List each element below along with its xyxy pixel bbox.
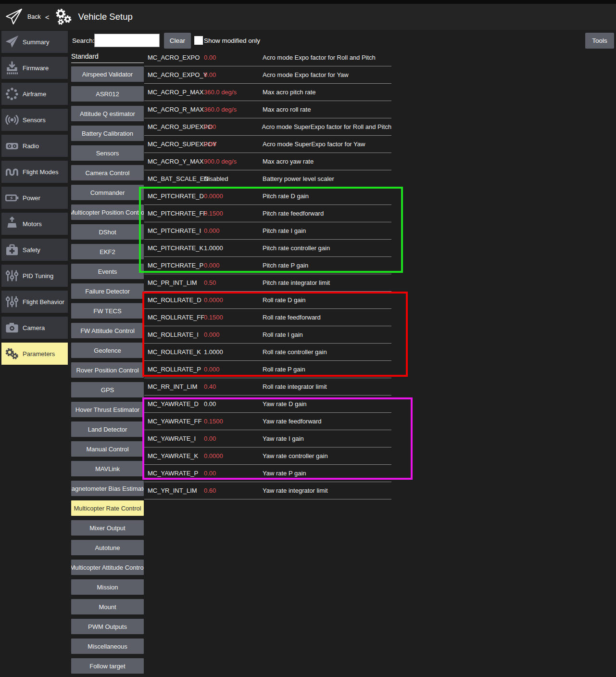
param-description: Yaw rate controller gain bbox=[263, 452, 391, 460]
param-row-mc-acro-supexpo[interactable]: MC_ACRO_SUPEXPO0.00Acro mode SuperExpo f… bbox=[144, 118, 391, 136]
group-button-ekf2[interactable]: EKF2 bbox=[71, 244, 144, 259]
group-button-mixer-output[interactable]: Mixer Output bbox=[71, 520, 144, 536]
group-button-pwm-outputs[interactable]: PWM Outputs bbox=[71, 619, 144, 634]
param-row-mc-yawrate-k[interactable]: MC_YAWRATE_K0.0000Yaw rate controller ga… bbox=[144, 447, 391, 465]
sidebar-item-firmware[interactable]: Firmware bbox=[1, 57, 68, 79]
param-name: MC_YAWRATE_D bbox=[144, 400, 204, 408]
group-button-events[interactable]: Events bbox=[71, 264, 144, 279]
group-button-manual-control[interactable]: Manual Control bbox=[71, 441, 144, 457]
search-input[interactable] bbox=[94, 34, 160, 47]
param-row-mc-rr-int-lim[interactable]: MC_RR_INT_LIM0.40Roll rate integrator li… bbox=[144, 378, 391, 396]
param-row-mc-rollrate-d[interactable]: MC_ROLLRATE_D0.0000Roll rate D gain bbox=[144, 292, 391, 309]
param-value: 0.1500 bbox=[204, 418, 263, 425]
param-row-mc-pitchrate-p[interactable]: MC_PITCHRATE_P0.000Pitch rate P gain bbox=[144, 257, 391, 274]
param-value: 0.00 bbox=[204, 400, 263, 408]
param-value: Disabled bbox=[204, 175, 263, 182]
group-button-magnetometer-bias-estimator[interactable]: Magnetometer Bias Estimator bbox=[71, 481, 144, 496]
param-row-mc-rollrate-p[interactable]: MC_ROLLRATE_P0.000Roll rate P gain bbox=[144, 361, 391, 378]
sidebar-item-sensors[interactable]: Sensors bbox=[1, 109, 68, 131]
group-button-camera-control[interactable]: Camera Control bbox=[71, 165, 144, 180]
param-row-mc-yawrate-p[interactable]: MC_YAWRATE_P0.00Yaw rate P gain bbox=[144, 465, 391, 482]
param-value: 1.0000 bbox=[204, 348, 263, 356]
param-row-mc-yawrate-d[interactable]: MC_YAWRATE_D0.00Yaw rate D gain bbox=[144, 396, 391, 413]
sidebar-item-radio[interactable]: Radio bbox=[1, 135, 68, 157]
group-button-mavlink[interactable]: MAVLink bbox=[71, 461, 144, 476]
back-button[interactable]: Back bbox=[27, 13, 41, 20]
param-row-mc-yr-int-lim[interactable]: MC_YR_INT_LIM0.60Yaw rate integrator lim… bbox=[144, 482, 391, 499]
sidebar-item-camera[interactable]: Camera bbox=[1, 317, 68, 339]
param-row-mc-pr-int-lim[interactable]: MC_PR_INT_LIM0.50Pitch rate integrator l… bbox=[144, 274, 391, 292]
sidebar-item-label: Flight Behavior bbox=[23, 298, 64, 306]
param-value: 0.00 bbox=[204, 123, 262, 130]
param-row-mc-pitchrate-k[interactable]: MC_PITCHRATE_K1.0000Pitch rate controlle… bbox=[144, 240, 391, 257]
group-button-sensors[interactable]: Sensors bbox=[71, 145, 144, 161]
sidebar-item-summary[interactable]: Summary bbox=[1, 31, 68, 53]
tools-button[interactable]: Tools bbox=[585, 33, 614, 49]
sidebar-item-pid-tuning[interactable]: PID Tuning bbox=[1, 265, 68, 287]
param-row-mc-bat-scale-en[interactable]: MC_BAT_SCALE_ENDisabledBattery power lev… bbox=[144, 170, 391, 188]
clear-search-button[interactable]: Clear bbox=[164, 33, 191, 49]
group-button-dshot[interactable]: DShot bbox=[71, 224, 144, 240]
group-button-multicopter-attitude-control[interactable]: Multicopter Attitude Control bbox=[71, 560, 144, 575]
param-row-mc-yawrate-i[interactable]: MC_YAWRATE_I0.00Yaw rate I gain bbox=[144, 430, 391, 447]
show-modified-checkbox[interactable] bbox=[194, 36, 203, 45]
sidebar-item-airframe[interactable]: Airframe bbox=[1, 83, 68, 105]
sidebar-item-label: Summary bbox=[23, 38, 50, 46]
param-description: Yaw rate D gain bbox=[263, 400, 391, 408]
param-name: MC_YAWRATE_I bbox=[144, 435, 204, 442]
group-button-land-detector[interactable]: Land Detector bbox=[71, 422, 144, 437]
param-name: MC_ACRO_SUPEXPO bbox=[144, 123, 204, 130]
group-button-rover-position-control[interactable]: Rover Position Control bbox=[71, 362, 144, 378]
param-row-mc-acro-y-max[interactable]: MC_ACRO_Y_MAX900.0 deg/sMax acro yaw rat… bbox=[144, 153, 391, 170]
param-name: MC_PITCHRATE_K bbox=[144, 244, 204, 252]
sliders-icon bbox=[1, 268, 23, 283]
group-button-mission[interactable]: Mission bbox=[71, 579, 144, 595]
flight-modes-wave-icon bbox=[1, 164, 23, 179]
param-row-mc-rollrate-i[interactable]: MC_ROLLRATE_I0.000Roll rate I gain bbox=[144, 326, 391, 344]
group-button-battery-calibration[interactable]: Battery Calibration bbox=[71, 126, 144, 141]
sidebar-item-safety[interactable]: Safety bbox=[1, 239, 68, 261]
sidebar-item-flight-behavior[interactable]: Flight Behavior bbox=[1, 291, 68, 313]
group-button-airspeed-validator[interactable]: Airspeed Validator bbox=[71, 66, 144, 82]
group-button-failure-detector[interactable]: Failure Detector bbox=[71, 283, 144, 299]
sidebar-item-parameters[interactable]: Parameters bbox=[1, 343, 68, 365]
camera-icon bbox=[1, 320, 23, 335]
group-button-multicopter-rate-control[interactable]: Multicopter Rate Control bbox=[71, 500, 144, 516]
param-value: 0.0000 bbox=[204, 296, 263, 304]
param-row-mc-pitchrate-d[interactable]: MC_PITCHRATE_D0.0000Pitch rate D gain bbox=[144, 188, 391, 205]
group-button-commander[interactable]: Commander bbox=[71, 185, 144, 200]
group-button-multicopter-position-control[interactable]: Multicopter Position Control bbox=[71, 204, 144, 220]
group-button-miscellaneous[interactable]: Miscellaneous bbox=[71, 639, 144, 654]
firmware-download-icon bbox=[1, 60, 23, 76]
safety-medkit-icon bbox=[1, 242, 23, 257]
group-button-fw-attitude-control[interactable]: FW Attitude Control bbox=[71, 323, 144, 338]
param-row-mc-pitchrate-ff[interactable]: MC_PITCHRATE_FF0.1500Pitch rate feedforw… bbox=[144, 205, 391, 222]
param-row-mc-acro-supexpoy[interactable]: MC_ACRO_SUPEXPOY0.00Acro mode SuperExpo … bbox=[144, 136, 391, 153]
parameter-group-panel: Standard Airspeed ValidatorASR012Attitud… bbox=[71, 52, 144, 677]
group-button-fw-tecs[interactable]: FW TECS bbox=[71, 303, 144, 319]
power-battery-icon bbox=[1, 190, 23, 205]
group-button-gps[interactable]: GPS bbox=[71, 382, 144, 397]
sidebar-item-power[interactable]: Power bbox=[1, 187, 68, 209]
group-button-hover-thrust-estimator[interactable]: Hover Thrust Estimator bbox=[71, 402, 144, 417]
group-button-autotune[interactable]: Autotune bbox=[71, 540, 144, 555]
group-button-attitude-q-estimator[interactable]: Attitude Q estimator bbox=[71, 106, 144, 121]
group-button-asr012[interactable]: ASR012 bbox=[71, 86, 144, 102]
sidebar-item-label: Motors bbox=[23, 220, 42, 228]
param-row-mc-pitchrate-i[interactable]: MC_PITCHRATE_I0.000Pitch rate I gain bbox=[144, 222, 391, 240]
sidebar-item-flight-modes[interactable]: Flight Modes bbox=[1, 161, 68, 183]
param-row-mc-acro-p-max[interactable]: MC_ACRO_P_MAX360.0 deg/sMax acro pitch r… bbox=[144, 84, 391, 101]
param-row-mc-yawrate-ff[interactable]: MC_YAWRATE_FF0.1500Yaw rate feedforward bbox=[144, 413, 391, 430]
param-row-mc-rollrate-k[interactable]: MC_ROLLRATE_K1.0000Roll rate controller … bbox=[144, 344, 391, 361]
param-row-mc-acro-expo[interactable]: MC_ACRO_EXPO0.00Acro mode Expo factor fo… bbox=[144, 49, 391, 66]
param-row-mc-acro-expo-y[interactable]: MC_ACRO_EXPO_Y0.00Acro mode Expo factor … bbox=[144, 66, 391, 84]
param-description: Yaw rate integrator limit bbox=[263, 487, 391, 494]
group-button-follow-target[interactable]: Follow target bbox=[71, 658, 144, 674]
param-row-mc-acro-r-max[interactable]: MC_ACRO_R_MAX360.0 deg/sMax acro roll ra… bbox=[144, 101, 391, 118]
param-value: 0.50 bbox=[204, 279, 263, 286]
group-button-geofence[interactable]: Geofence bbox=[71, 343, 144, 358]
param-row-mc-rollrate-ff[interactable]: MC_ROLLRATE_FF0.1500Roll rate feedforwar… bbox=[144, 309, 391, 326]
sidebar-item-motors[interactable]: Motors bbox=[1, 213, 68, 235]
group-button-mount[interactable]: Mount bbox=[71, 599, 144, 614]
param-name: MC_ROLLRATE_K bbox=[144, 348, 204, 356]
